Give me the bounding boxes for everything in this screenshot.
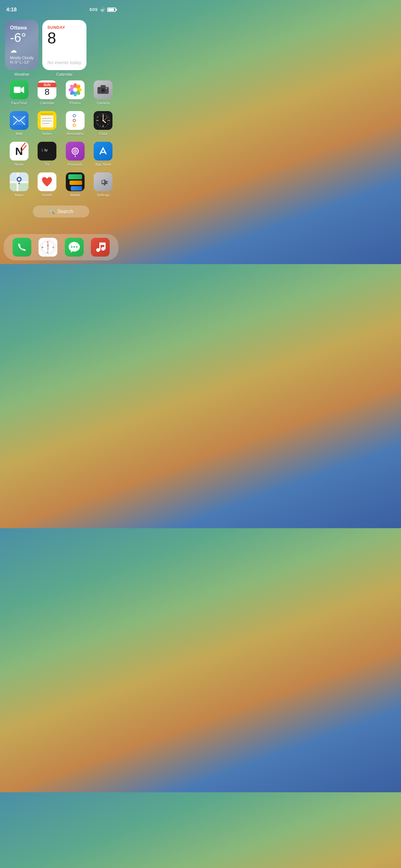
svg-rect-82 <box>99 243 106 245</box>
podcasts-icon <box>66 142 85 160</box>
battery-icon <box>107 7 116 12</box>
svg-rect-11 <box>101 85 106 88</box>
dock: Phone N S W E Safari <box>4 234 118 260</box>
svg-point-14 <box>102 90 104 91</box>
svg-text::  <box>42 148 43 152</box>
dock-music[interactable]: Music <box>91 238 110 256</box>
photos-icon <box>66 81 85 99</box>
status-icons: SOS <box>89 7 116 12</box>
search-button[interactable]: 🔍 Search <box>33 206 89 217</box>
music-icon <box>91 238 110 256</box>
calendar-date-number: 8 <box>47 30 81 46</box>
svg-text:12: 12 <box>103 115 104 117</box>
app-camera[interactable]: Camera <box>90 81 116 105</box>
home-screen: Ottawa -6° ☁ Mostly Cloudy H:-5° L:-13° … <box>0 15 122 217</box>
svg-text:6: 6 <box>103 125 104 126</box>
status-time: 4:18 <box>6 7 17 13</box>
app-reminders[interactable]: Reminders <box>62 111 88 135</box>
notes-icon <box>37 111 56 130</box>
maps-icon <box>10 173 29 191</box>
app-podcasts[interactable]: Podcasts <box>62 142 88 166</box>
app-wallet[interactable]: Wallet <box>62 173 88 197</box>
tv-label: TV <box>45 162 50 166</box>
svg-text:tv: tv <box>45 148 48 152</box>
app-grid-row-1: FaceTime SUN 8 Calendar <box>5 81 117 197</box>
facetime-icon <box>10 81 29 99</box>
svg-point-53 <box>75 151 76 152</box>
calendar-widget[interactable]: SUNDAY 8 No events today <box>42 20 86 70</box>
svg-point-9 <box>73 88 77 92</box>
weather-widget[interactable]: Ottawa -6° ☁ Mostly Cloudy H:-5° L:-13° <box>5 20 38 70</box>
weather-temperature: -6° <box>10 31 33 44</box>
facetime-label: FaceTime <box>11 101 27 105</box>
phone-icon <box>12 238 31 256</box>
svg-rect-25 <box>42 123 50 124</box>
app-news[interactable]: N News <box>6 142 32 166</box>
wifi-icon <box>99 7 105 12</box>
tv-icon:  tv <box>37 142 56 160</box>
search-icon: 🔍 <box>49 209 55 214</box>
photos-label: Photos <box>69 101 81 105</box>
maps-label: Maps <box>15 193 24 197</box>
sos-indicator: SOS <box>89 7 98 12</box>
svg-text:E: E <box>52 247 54 248</box>
calendar-day-name: SUNDAY <box>47 25 81 30</box>
camera-icon <box>94 81 112 99</box>
podcasts-label: Podcasts <box>68 162 82 166</box>
appstore-label: App Store <box>95 162 111 166</box>
dock-phone[interactable]: Phone <box>12 238 31 256</box>
health-icon <box>37 173 56 191</box>
app-settings[interactable]: Settings <box>90 173 116 197</box>
app-calendar[interactable]: SUN 8 Calendar <box>34 81 60 105</box>
svg-rect-24 <box>42 121 52 121</box>
mail-label: Mail <box>16 132 22 135</box>
search-bar: 🔍 Search <box>5 206 117 217</box>
safari-icon: N S W E <box>38 238 57 256</box>
news-icon: N <box>10 142 29 160</box>
svg-text:S: S <box>47 251 48 253</box>
reminders-label: Reminders <box>66 132 84 135</box>
weather-city: Ottawa <box>10 25 33 31</box>
app-mail[interactable]: Mail <box>6 111 32 135</box>
wallet-icon <box>66 173 85 191</box>
svg-point-15 <box>106 88 107 89</box>
app-clock[interactable]: 12 3 6 9 11 10 4 2 8 1 7 5 Clock <box>90 111 116 135</box>
svg-rect-0 <box>14 87 21 93</box>
dock-messages[interactable]: Messages <box>65 238 84 256</box>
svg-rect-23 <box>42 118 52 119</box>
weather-widget-label: Weather <box>5 72 38 77</box>
weather-cloud-icon: ☁ <box>10 46 33 55</box>
calendar-widget-label: Calendar <box>42 72 86 77</box>
svg-point-76 <box>73 246 75 248</box>
svg-point-62 <box>102 181 104 183</box>
messages-icon <box>65 238 84 256</box>
widgets-row: Ottawa -6° ☁ Mostly Cloudy H:-5° L:-13° … <box>5 20 117 77</box>
cal-icon-date: 8 <box>45 87 50 97</box>
svg-point-75 <box>71 246 73 248</box>
app-tv[interactable]:  tv TV <box>34 142 60 166</box>
settings-label: Settings <box>96 193 110 197</box>
weather-high-low: H:-5° L:-13° <box>10 60 33 64</box>
clock-icon: 12 3 6 9 11 10 4 2 8 1 7 5 <box>94 111 112 130</box>
camera-label: Camera <box>97 101 110 105</box>
health-label: Health <box>42 193 52 197</box>
app-photos[interactable]: Photos <box>62 81 88 105</box>
app-maps[interactable]: Maps <box>6 173 32 197</box>
dock-safari[interactable]: N S W E Safari <box>38 238 57 256</box>
svg-text:3: 3 <box>107 120 108 121</box>
search-label: Search <box>57 209 73 214</box>
app-appstore[interactable]: App Store <box>90 142 116 166</box>
svg-text:11: 11 <box>106 115 107 117</box>
app-notes[interactable]: Notes <box>34 111 60 135</box>
weather-widget-wrapper: Ottawa -6° ☁ Mostly Cloudy H:-5° L:-13° … <box>5 20 38 77</box>
notes-label: Notes <box>42 132 52 135</box>
calendar-app-icon: SUN 8 <box>37 81 56 99</box>
cal-icon-day: SUN <box>37 83 56 87</box>
app-health[interactable]: Health <box>34 173 60 197</box>
svg-point-77 <box>76 246 77 248</box>
weather-description: Mostly Cloudy <box>10 56 33 60</box>
app-facetime[interactable]: FaceTime <box>6 81 32 105</box>
svg-rect-16 <box>99 88 101 89</box>
svg-text:9: 9 <box>98 120 99 121</box>
calendar-no-events: No events today <box>47 57 81 65</box>
